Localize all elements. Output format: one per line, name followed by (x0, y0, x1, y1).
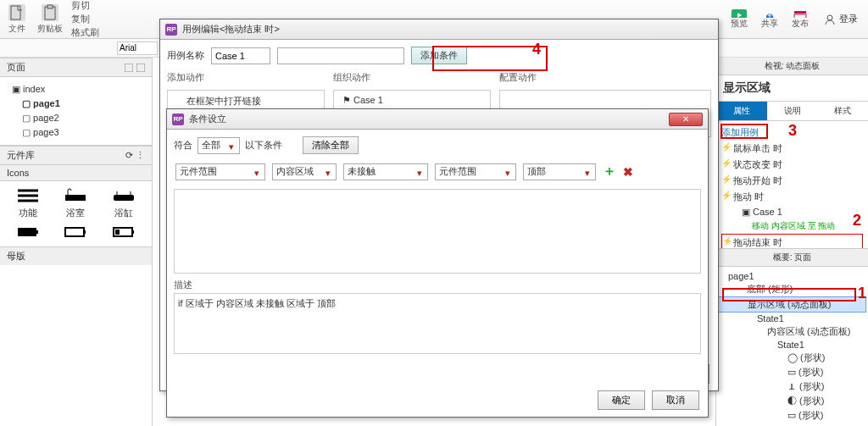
battery-low-icon (112, 224, 136, 240)
icons-grid: 功能 浴室 浴缸 (0, 181, 152, 246)
outline-state1b[interactable]: State1 (718, 339, 866, 351)
action-open-frame[interactable]: 在框架中打开链接 (171, 94, 320, 108)
svg-rect-16 (115, 230, 120, 235)
icon-battery-low[interactable] (103, 224, 145, 240)
cloud-icon (762, 9, 777, 18)
event-click[interactable]: 鼠标单击 时 (721, 141, 863, 157)
event-drag-start[interactable]: 拖动开始 时 (721, 173, 863, 189)
fmt-label[interactable]: 格式刷 (71, 26, 99, 39)
remove-row-button[interactable]: ✖ (623, 165, 633, 179)
icon-bath[interactable]: 浴室 (54, 188, 97, 219)
battery-full-icon (16, 224, 40, 240)
rp-badge-icon-2: RP (172, 113, 184, 125)
cond-subject-combo[interactable]: 元件范围▾ (175, 163, 265, 180)
cond-target-combo[interactable]: 内容区域▾ (272, 163, 337, 180)
case-node-1[interactable]: ▣ Case 1 (721, 205, 863, 219)
outline-display-area[interactable]: 显示区域 (动态面板) (718, 296, 866, 313)
svg-rect-8 (136, 64, 145, 72)
dlg2-titlebar[interactable]: RP 条件设立 ✕ (167, 109, 708, 130)
clear-all-button[interactable]: 清除全部 (303, 136, 359, 154)
outline-shape-2[interactable]: ▭ (形状) (718, 365, 866, 379)
file-icon (8, 4, 25, 21)
event-drag[interactable]: 拖动 时 (721, 189, 863, 205)
desc-label: 描述 (174, 279, 701, 291)
add-condition-button[interactable]: 添加条件 (411, 47, 467, 64)
bath-icon (64, 188, 87, 203)
tab-style[interactable]: 样式 (817, 102, 868, 120)
copy-label[interactable]: 复制 (71, 13, 99, 25)
dlg1-titlebar[interactable]: RP 用例编辑<拖动结束 时> (160, 19, 718, 40)
callout-num-3: 3 (788, 122, 797, 140)
case-name-input[interactable] (211, 47, 270, 64)
font-select[interactable] (117, 41, 158, 55)
svg-rect-0 (11, 6, 20, 19)
outline-shape-3[interactable]: ⫫ (形状) (718, 379, 866, 394)
tab-notes[interactable]: 说明 (767, 102, 818, 120)
menu-icon (16, 188, 40, 203)
cond-value-type-combo[interactable]: 元件范围▾ (435, 163, 516, 180)
icon-battery-empty[interactable] (54, 224, 97, 240)
svg-rect-2 (47, 5, 53, 8)
cfg-action-label: 配置动作 (499, 71, 652, 86)
publish-button[interactable]: 发布 (790, 9, 810, 30)
page-item-3[interactable]: ▢ page3 (7, 125, 145, 140)
svg-point-6 (827, 15, 832, 20)
add-page-icon[interactable] (125, 64, 133, 72)
event-state-change[interactable]: 状态改变 时 (721, 157, 863, 173)
outline-page[interactable]: page1 (718, 270, 866, 282)
add-row-button[interactable]: ＋ (603, 163, 616, 180)
outline-content[interactable]: 内容区域 (动态面板) (718, 324, 866, 339)
icon-battery-full[interactable] (7, 224, 49, 240)
page-opts-icon[interactable] (136, 64, 145, 72)
page-root[interactable]: ▣ Defaultindex (7, 82, 145, 97)
dlg2-close-button[interactable]: ✕ (669, 113, 703, 126)
svg-rect-12 (36, 230, 38, 234)
cond-op-combo[interactable]: 未接触▾ (343, 163, 428, 180)
outline-shape-1[interactable]: ◯ (形状) (718, 351, 866, 365)
svg-rect-10 (114, 195, 134, 201)
cond-value-combo[interactable]: 顶部▾ (523, 163, 596, 180)
login-button[interactable]: 登录 (819, 11, 863, 27)
outline-state1[interactable]: State1 (718, 313, 866, 324)
page-item-2[interactable]: ▢ page2 (7, 111, 145, 125)
case-action-1[interactable]: 移动 内容区域 至 拖动 (721, 219, 863, 233)
dlg1-title: 用例编辑<拖动结束 时> (182, 23, 280, 36)
add-action-label: 添加动作 (167, 71, 325, 86)
svg-rect-4 (794, 11, 806, 14)
icon-tub[interactable]: 浴缸 (103, 188, 145, 219)
match-label: 符合 (174, 139, 192, 152)
conditions-area[interactable] (174, 189, 701, 274)
share-button[interactable]: 共享 (760, 9, 780, 30)
outline-tree: page1 底部 (矩形) 显示区域 (动态面板) State1 内容区域 (动… (716, 267, 868, 426)
match-combo[interactable]: 全部▾ (198, 137, 240, 154)
inspector-tabs: 属性 说明 样式 (716, 102, 868, 121)
page-item-1[interactable]: ▢ page1 (7, 97, 145, 111)
file-label: 文件 (8, 23, 25, 35)
callout-num-1: 1 (858, 285, 866, 302)
condition-preview-input[interactable] (277, 47, 404, 64)
case-node-display[interactable]: ⚑ Case 1 (337, 94, 487, 107)
play-icon (732, 9, 747, 18)
cut-label[interactable]: 剪切 (71, 0, 99, 12)
icon-menu[interactable]: 功能 (7, 188, 49, 219)
paste-label: 剪贴板 (37, 23, 63, 35)
dlg2-ok-button[interactable]: 确定 (598, 390, 645, 410)
pages-header: 页面 (0, 58, 152, 77)
condition-setup-dialog: RP 条件设立 ✕ 符合 全部▾ 以下条件 清除全部 元件范围▾ 内容区域▾ 未… (166, 108, 709, 418)
file-group[interactable]: 文件 (5, 4, 29, 35)
org-action-label: 组织动作 (333, 71, 491, 86)
svg-rect-11 (18, 228, 36, 236)
desc-box[interactable]: if 区域于 内容区域 未接触 区域于 顶部 (174, 293, 701, 354)
outline-bottom[interactable]: 底部 (矩形) (718, 282, 866, 296)
preview-button[interactable]: 预览 (729, 9, 749, 30)
event-drag-end[interactable]: 拖动结束 时 (721, 234, 863, 248)
icons-header[interactable]: Icons (0, 165, 152, 181)
inspector-title: 显示区域 (716, 75, 868, 102)
svg-rect-9 (65, 195, 86, 201)
dlg2-cancel-button[interactable]: 取消 (652, 390, 699, 410)
tab-properties[interactable]: 属性 (716, 102, 767, 120)
outline-shape-4[interactable]: ◐ (形状) (718, 394, 866, 408)
outline-shape-5[interactable]: ▭ (形状) (718, 408, 866, 423)
paste-group[interactable]: 剪贴板 (34, 4, 66, 35)
master-header: 母版 (0, 246, 152, 265)
